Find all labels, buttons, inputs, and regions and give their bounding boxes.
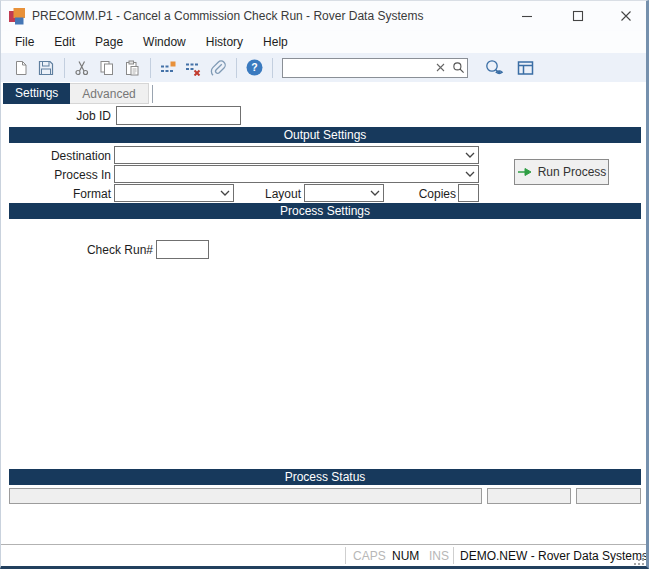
toolbar-separator [272, 58, 273, 78]
toolbar: ? [1, 53, 646, 82]
svg-text:?: ? [251, 61, 257, 73]
menu-history[interactable]: History [196, 32, 253, 52]
tab-advanced[interactable]: Advanced [70, 83, 148, 104]
search-input[interactable] [283, 60, 431, 76]
status-bar: CAPS NUM INS DEMO.NEW - Rover Data Syste… [1, 545, 646, 567]
search-clear-icon[interactable] [431, 59, 449, 77]
process-settings-header: Process Settings [9, 203, 641, 219]
process-status-header: Process Status [9, 469, 641, 485]
delete-row-icon[interactable] [181, 56, 205, 80]
toolbar-separator [150, 58, 151, 78]
run-process-label: Run Process [538, 165, 607, 179]
lookup-icon[interactable] [482, 56, 506, 80]
destination-label: Destination [1, 149, 111, 163]
menu-window[interactable]: Window [133, 32, 196, 52]
app-window: PRECOMM.P1 - Cancel a Commission Check R… [0, 0, 649, 569]
insert-row-icon[interactable] [156, 56, 180, 80]
tab-strip: Settings Advanced [3, 83, 153, 104]
minimize-button[interactable] [506, 1, 548, 31]
resize-grip[interactable] [632, 553, 645, 566]
menu-bar: File Edit Page Window History Help [1, 31, 646, 53]
caps-indicator: CAPS [353, 549, 386, 563]
process-in-label: Process In [1, 168, 111, 182]
toolbar-separator [64, 58, 65, 78]
run-arrow-icon [517, 165, 532, 179]
close-button[interactable] [605, 1, 647, 31]
copies-label: Copies [396, 187, 456, 201]
status-field-3 [576, 488, 641, 504]
job-id-label: Job ID [1, 109, 111, 123]
search-icon[interactable] [449, 59, 467, 77]
paste-icon[interactable] [120, 56, 144, 80]
menu-page[interactable]: Page [85, 32, 133, 52]
ins-indicator: INS [429, 549, 449, 563]
statusbar-separator [453, 547, 454, 564]
layout-panel-icon[interactable] [513, 56, 537, 80]
search-box [282, 58, 468, 78]
format-select[interactable] [114, 184, 234, 202]
status-field-2 [487, 488, 571, 504]
toolbar-separator [236, 58, 237, 78]
connection-label: DEMO.NEW - Rover Data Systems [460, 549, 648, 563]
job-id-input[interactable] [116, 106, 241, 125]
format-label: Format [1, 187, 111, 201]
attachment-icon[interactable] [206, 56, 230, 80]
window-title: PRECOMM.P1 - Cancel a Commission Check R… [32, 9, 423, 23]
statusbar-separator [345, 547, 346, 564]
copies-input[interactable] [458, 184, 479, 202]
tab-settings[interactable]: Settings [3, 83, 70, 104]
output-settings-header: Output Settings [9, 127, 641, 143]
new-document-icon[interactable] [9, 56, 33, 80]
destination-select[interactable] [114, 146, 479, 164]
chevron-down-icon [462, 147, 478, 163]
chevron-down-icon [217, 185, 233, 201]
run-process-button[interactable]: Run Process [514, 159, 609, 185]
check-run-input[interactable] [156, 240, 209, 259]
menu-file[interactable]: File [5, 32, 44, 52]
chevron-down-icon [462, 166, 478, 182]
layout-label: Layout [241, 187, 301, 201]
help-icon[interactable]: ? [242, 56, 266, 80]
save-icon[interactable] [34, 56, 58, 80]
chevron-down-icon [367, 185, 383, 201]
tab-divider [152, 85, 153, 103]
copy-icon[interactable] [95, 56, 119, 80]
process-in-select[interactable] [114, 165, 479, 183]
app-logo-icon [9, 8, 26, 25]
menu-edit[interactable]: Edit [44, 32, 85, 52]
layout-select[interactable] [304, 184, 384, 202]
check-run-label: Check Run# [41, 243, 153, 257]
maximize-button[interactable] [557, 1, 599, 31]
title-bar: PRECOMM.P1 - Cancel a Commission Check R… [1, 1, 646, 31]
menu-help[interactable]: Help [253, 32, 298, 52]
status-field-message [9, 488, 482, 504]
cut-icon[interactable] [70, 56, 94, 80]
num-indicator: NUM [392, 549, 419, 563]
